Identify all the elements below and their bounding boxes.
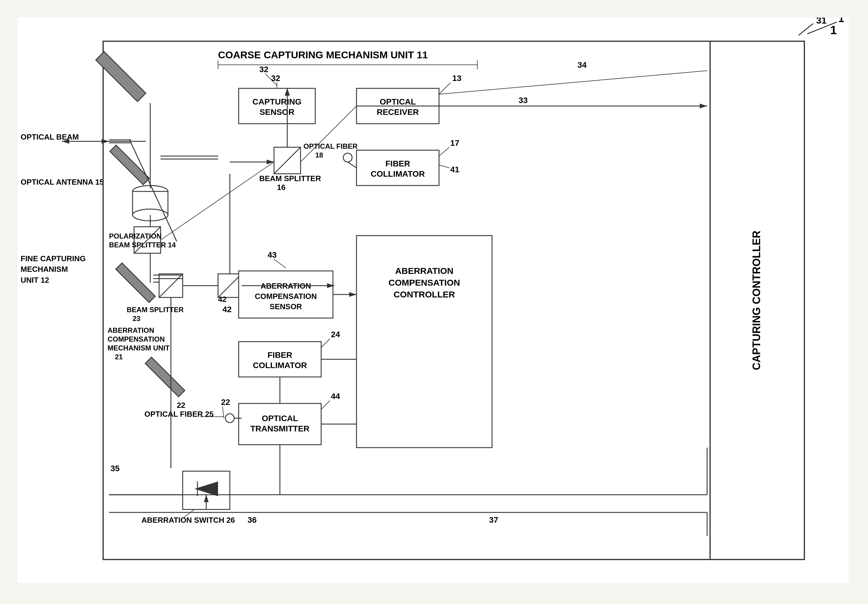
svg-line-108 xyxy=(439,71,707,94)
diagram-svg: CAPTURING CONTROLLER 31 1 COARSE CAPTURI… xyxy=(18,18,849,583)
svg-rect-14 xyxy=(133,191,168,215)
svg-text:22: 22 xyxy=(221,398,230,407)
svg-rect-28 xyxy=(274,147,301,174)
svg-text:18: 18 xyxy=(315,151,323,159)
svg-line-92 xyxy=(161,162,274,240)
svg-point-49 xyxy=(343,153,352,162)
svg-text:TRANSMITTER: TRANSMITTER xyxy=(250,424,310,433)
svg-line-17 xyxy=(134,227,161,253)
svg-text:42: 42 xyxy=(218,295,226,304)
svg-line-110 xyxy=(348,162,356,168)
svg-text:SENSOR: SENSOR xyxy=(260,107,294,117)
svg-rect-21 xyxy=(159,274,183,297)
svg-text:33: 33 xyxy=(519,96,528,105)
svg-rect-32 xyxy=(239,88,315,124)
svg-text:COMPENSATION: COMPENSATION xyxy=(389,278,460,287)
svg-rect-80 xyxy=(145,357,185,396)
svg-line-139 xyxy=(130,140,177,242)
svg-text:ABERRATION: ABERRATION xyxy=(107,326,154,334)
svg-marker-103 xyxy=(285,88,290,95)
svg-text:COLLIMATOR: COLLIMATOR xyxy=(370,169,425,178)
svg-text:OPTICAL FIBER: OPTICAL FIBER xyxy=(304,142,358,150)
svg-text:COARSE CAPTURING MECHANISM UNI: COARSE CAPTURING MECHANISM UNIT 11 xyxy=(218,49,428,60)
svg-text:21: 21 xyxy=(115,353,123,361)
svg-rect-52 xyxy=(239,271,333,318)
svg-line-45 xyxy=(439,147,450,156)
svg-text:POLARIZATION: POLARIZATION xyxy=(109,232,161,240)
svg-text:24: 24 xyxy=(331,330,340,339)
svg-line-29 xyxy=(274,147,301,174)
svg-text:ABERRATION: ABERRATION xyxy=(260,282,311,290)
svg-rect-12 xyxy=(110,145,149,185)
svg-rect-62 xyxy=(239,342,321,377)
svg-marker-100 xyxy=(285,88,290,96)
svg-marker-98 xyxy=(267,160,274,164)
svg-line-47 xyxy=(439,165,450,168)
svg-text:17: 17 xyxy=(450,138,459,147)
svg-marker-122 xyxy=(204,495,209,502)
svg-line-70 xyxy=(321,401,330,409)
svg-text:OPTICAL: OPTICAL xyxy=(262,414,298,423)
svg-marker-82 xyxy=(194,482,218,496)
svg-text:ABERRATION SWITCH 26: ABERRATION SWITCH 26 xyxy=(141,516,235,525)
svg-line-3 xyxy=(798,23,813,35)
svg-rect-16 xyxy=(134,227,161,253)
svg-text:34: 34 xyxy=(578,60,587,70)
svg-line-56 xyxy=(274,259,286,268)
ref-number-1: 1 xyxy=(830,23,837,37)
svg-text:COMPENSATION: COMPENSATION xyxy=(255,292,317,300)
svg-text:36: 36 xyxy=(248,515,257,525)
svg-text:44: 44 xyxy=(331,392,340,401)
svg-text:23: 23 xyxy=(133,314,141,322)
svg-text:22: 22 xyxy=(177,401,185,410)
svg-line-35 xyxy=(265,74,277,85)
svg-text:CAPTURING: CAPTURING xyxy=(253,97,301,106)
svg-marker-112 xyxy=(349,292,356,297)
svg-text:35: 35 xyxy=(110,464,119,473)
svg-text:CONTROLLER: CONTROLLER xyxy=(394,290,455,299)
svg-rect-11 xyxy=(96,51,146,102)
svg-text:31: 31 xyxy=(816,18,827,26)
svg-text:MECHANISM UNIT: MECHANISM UNIT xyxy=(107,344,170,352)
svg-line-26 xyxy=(218,274,242,297)
svg-marker-88 xyxy=(102,139,109,144)
svg-text:32: 32 xyxy=(271,74,280,83)
svg-text:32: 32 xyxy=(259,65,268,74)
optical-beam-label: OPTICAL BEAM xyxy=(21,133,79,142)
svg-text:SENSOR: SENSOR xyxy=(270,302,302,311)
svg-line-85 xyxy=(183,510,194,518)
svg-text:FIBER: FIBER xyxy=(268,350,292,359)
svg-rect-81 xyxy=(183,471,230,510)
svg-text:16: 16 xyxy=(277,183,285,192)
svg-text:43: 43 xyxy=(268,250,277,259)
svg-point-13 xyxy=(133,186,168,197)
svg-line-22 xyxy=(159,274,183,297)
svg-text:1: 1 xyxy=(838,18,844,25)
svg-rect-42 xyxy=(356,150,439,186)
optical-antenna-label: OPTICAL ANTENNA 15 xyxy=(21,177,104,187)
svg-text:OPTICAL: OPTICAL xyxy=(380,97,416,106)
svg-text:42: 42 xyxy=(222,305,232,314)
svg-text:OPTICAL FIBER 25: OPTICAL FIBER 25 xyxy=(144,410,214,418)
svg-line-130 xyxy=(222,406,224,418)
svg-rect-0 xyxy=(103,41,804,559)
svg-text:RECEIVER: RECEIVER xyxy=(377,107,418,117)
svg-text:37: 37 xyxy=(489,515,498,525)
svg-point-72 xyxy=(225,414,234,423)
svg-rect-20 xyxy=(116,263,155,302)
svg-rect-67 xyxy=(239,403,321,444)
svg-text:COMPENSATION: COMPENSATION xyxy=(107,335,165,343)
svg-rect-58 xyxy=(356,235,492,448)
svg-marker-95 xyxy=(327,283,335,288)
svg-marker-106 xyxy=(700,104,707,108)
svg-point-15 xyxy=(133,209,168,221)
diagram-container: 1 OPTICAL BEAM OPTICAL ANTENNA 15 FINE C… xyxy=(18,18,849,583)
svg-line-65 xyxy=(321,339,330,347)
svg-rect-25 xyxy=(218,274,242,297)
svg-text:41: 41 xyxy=(450,165,459,174)
svg-text:BEAM SPLITTER 14: BEAM SPLITTER 14 xyxy=(109,241,176,249)
svg-text:ABERRATION: ABERRATION xyxy=(395,266,453,276)
svg-text:13: 13 xyxy=(452,74,461,83)
svg-line-104 xyxy=(301,106,356,162)
fine-capturing-label: FINE CAPTURINGMECHANISMUNIT 12 xyxy=(21,253,86,285)
